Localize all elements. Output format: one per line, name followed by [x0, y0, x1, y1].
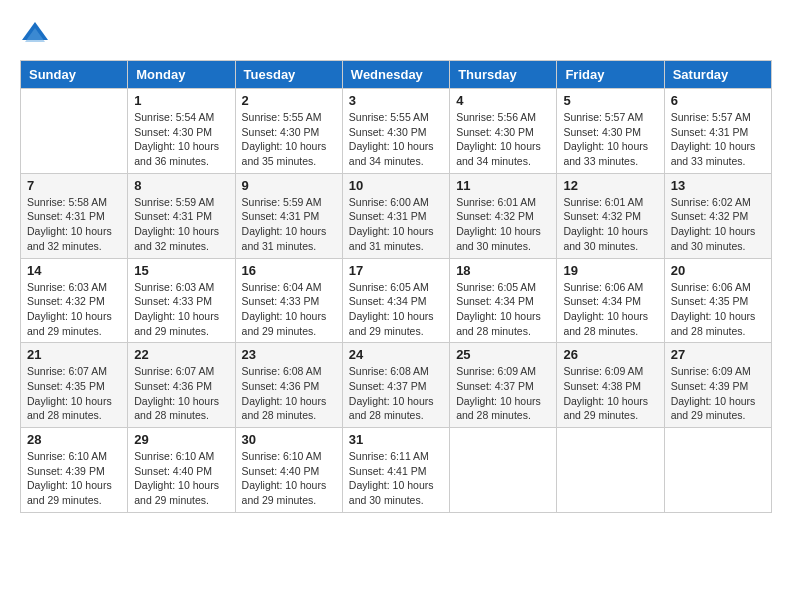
day-cell: 26Sunrise: 6:09 AM Sunset: 4:38 PM Dayli… [557, 343, 664, 428]
day-number: 18 [456, 263, 550, 278]
header-row: SundayMondayTuesdayWednesdayThursdayFrid… [21, 61, 772, 89]
day-info: Sunrise: 6:02 AM Sunset: 4:32 PM Dayligh… [671, 195, 765, 254]
logo-icon [20, 20, 50, 50]
day-number: 19 [563, 263, 657, 278]
day-number: 15 [134, 263, 228, 278]
day-cell [557, 428, 664, 513]
day-cell: 15Sunrise: 6:03 AM Sunset: 4:33 PM Dayli… [128, 258, 235, 343]
day-info: Sunrise: 6:03 AM Sunset: 4:32 PM Dayligh… [27, 280, 121, 339]
day-number: 14 [27, 263, 121, 278]
day-cell: 4Sunrise: 5:56 AM Sunset: 4:30 PM Daylig… [450, 89, 557, 174]
day-number: 7 [27, 178, 121, 193]
day-number: 1 [134, 93, 228, 108]
day-info: Sunrise: 6:03 AM Sunset: 4:33 PM Dayligh… [134, 280, 228, 339]
week-row-3: 14Sunrise: 6:03 AM Sunset: 4:32 PM Dayli… [21, 258, 772, 343]
day-cell: 21Sunrise: 6:07 AM Sunset: 4:35 PM Dayli… [21, 343, 128, 428]
day-info: Sunrise: 6:09 AM Sunset: 4:37 PM Dayligh… [456, 364, 550, 423]
day-cell: 18Sunrise: 6:05 AM Sunset: 4:34 PM Dayli… [450, 258, 557, 343]
day-number: 11 [456, 178, 550, 193]
day-info: Sunrise: 6:06 AM Sunset: 4:35 PM Dayligh… [671, 280, 765, 339]
day-cell: 29Sunrise: 6:10 AM Sunset: 4:40 PM Dayli… [128, 428, 235, 513]
day-cell: 30Sunrise: 6:10 AM Sunset: 4:40 PM Dayli… [235, 428, 342, 513]
day-info: Sunrise: 6:05 AM Sunset: 4:34 PM Dayligh… [456, 280, 550, 339]
day-cell: 12Sunrise: 6:01 AM Sunset: 4:32 PM Dayli… [557, 173, 664, 258]
day-number: 2 [242, 93, 336, 108]
day-number: 8 [134, 178, 228, 193]
day-number: 31 [349, 432, 443, 447]
day-number: 3 [349, 93, 443, 108]
day-info: Sunrise: 6:08 AM Sunset: 4:36 PM Dayligh… [242, 364, 336, 423]
day-number: 21 [27, 347, 121, 362]
header-cell-tuesday: Tuesday [235, 61, 342, 89]
day-number: 10 [349, 178, 443, 193]
day-cell: 22Sunrise: 6:07 AM Sunset: 4:36 PM Dayli… [128, 343, 235, 428]
day-info: Sunrise: 6:07 AM Sunset: 4:36 PM Dayligh… [134, 364, 228, 423]
calendar: SundayMondayTuesdayWednesdayThursdayFrid… [20, 60, 772, 513]
week-row-5: 28Sunrise: 6:10 AM Sunset: 4:39 PM Dayli… [21, 428, 772, 513]
day-number: 28 [27, 432, 121, 447]
day-number: 25 [456, 347, 550, 362]
day-cell: 28Sunrise: 6:10 AM Sunset: 4:39 PM Dayli… [21, 428, 128, 513]
day-number: 22 [134, 347, 228, 362]
day-number: 20 [671, 263, 765, 278]
day-cell: 31Sunrise: 6:11 AM Sunset: 4:41 PM Dayli… [342, 428, 449, 513]
week-row-1: 1Sunrise: 5:54 AM Sunset: 4:30 PM Daylig… [21, 89, 772, 174]
week-row-2: 7Sunrise: 5:58 AM Sunset: 4:31 PM Daylig… [21, 173, 772, 258]
day-cell: 1Sunrise: 5:54 AM Sunset: 4:30 PM Daylig… [128, 89, 235, 174]
day-info: Sunrise: 6:00 AM Sunset: 4:31 PM Dayligh… [349, 195, 443, 254]
week-row-4: 21Sunrise: 6:07 AM Sunset: 4:35 PM Dayli… [21, 343, 772, 428]
day-cell: 25Sunrise: 6:09 AM Sunset: 4:37 PM Dayli… [450, 343, 557, 428]
day-info: Sunrise: 6:10 AM Sunset: 4:40 PM Dayligh… [242, 449, 336, 508]
header-cell-sunday: Sunday [21, 61, 128, 89]
day-info: Sunrise: 6:10 AM Sunset: 4:39 PM Dayligh… [27, 449, 121, 508]
day-cell: 19Sunrise: 6:06 AM Sunset: 4:34 PM Dayli… [557, 258, 664, 343]
day-info: Sunrise: 5:56 AM Sunset: 4:30 PM Dayligh… [456, 110, 550, 169]
day-cell: 14Sunrise: 6:03 AM Sunset: 4:32 PM Dayli… [21, 258, 128, 343]
header-cell-friday: Friday [557, 61, 664, 89]
day-cell: 27Sunrise: 6:09 AM Sunset: 4:39 PM Dayli… [664, 343, 771, 428]
day-number: 30 [242, 432, 336, 447]
header-cell-thursday: Thursday [450, 61, 557, 89]
day-cell: 10Sunrise: 6:00 AM Sunset: 4:31 PM Dayli… [342, 173, 449, 258]
page-container: SundayMondayTuesdayWednesdayThursdayFrid… [20, 20, 772, 513]
header [20, 20, 772, 50]
day-cell: 23Sunrise: 6:08 AM Sunset: 4:36 PM Dayli… [235, 343, 342, 428]
day-cell: 9Sunrise: 5:59 AM Sunset: 4:31 PM Daylig… [235, 173, 342, 258]
day-number: 17 [349, 263, 443, 278]
day-cell: 7Sunrise: 5:58 AM Sunset: 4:31 PM Daylig… [21, 173, 128, 258]
day-cell: 5Sunrise: 5:57 AM Sunset: 4:30 PM Daylig… [557, 89, 664, 174]
day-number: 26 [563, 347, 657, 362]
day-info: Sunrise: 6:10 AM Sunset: 4:40 PM Dayligh… [134, 449, 228, 508]
day-info: Sunrise: 6:09 AM Sunset: 4:39 PM Dayligh… [671, 364, 765, 423]
day-cell: 16Sunrise: 6:04 AM Sunset: 4:33 PM Dayli… [235, 258, 342, 343]
day-number: 9 [242, 178, 336, 193]
day-info: Sunrise: 6:01 AM Sunset: 4:32 PM Dayligh… [456, 195, 550, 254]
day-number: 5 [563, 93, 657, 108]
day-info: Sunrise: 5:54 AM Sunset: 4:30 PM Dayligh… [134, 110, 228, 169]
day-cell: 13Sunrise: 6:02 AM Sunset: 4:32 PM Dayli… [664, 173, 771, 258]
day-info: Sunrise: 5:55 AM Sunset: 4:30 PM Dayligh… [242, 110, 336, 169]
day-info: Sunrise: 6:01 AM Sunset: 4:32 PM Dayligh… [563, 195, 657, 254]
day-info: Sunrise: 6:05 AM Sunset: 4:34 PM Dayligh… [349, 280, 443, 339]
day-cell: 11Sunrise: 6:01 AM Sunset: 4:32 PM Dayli… [450, 173, 557, 258]
day-cell: 6Sunrise: 5:57 AM Sunset: 4:31 PM Daylig… [664, 89, 771, 174]
day-number: 27 [671, 347, 765, 362]
header-cell-monday: Monday [128, 61, 235, 89]
day-number: 13 [671, 178, 765, 193]
day-number: 23 [242, 347, 336, 362]
day-info: Sunrise: 6:08 AM Sunset: 4:37 PM Dayligh… [349, 364, 443, 423]
header-cell-wednesday: Wednesday [342, 61, 449, 89]
day-number: 6 [671, 93, 765, 108]
day-cell: 3Sunrise: 5:55 AM Sunset: 4:30 PM Daylig… [342, 89, 449, 174]
day-number: 24 [349, 347, 443, 362]
header-cell-saturday: Saturday [664, 61, 771, 89]
day-info: Sunrise: 5:57 AM Sunset: 4:30 PM Dayligh… [563, 110, 657, 169]
day-cell [21, 89, 128, 174]
day-cell: 8Sunrise: 5:59 AM Sunset: 4:31 PM Daylig… [128, 173, 235, 258]
day-info: Sunrise: 5:55 AM Sunset: 4:30 PM Dayligh… [349, 110, 443, 169]
day-cell: 2Sunrise: 5:55 AM Sunset: 4:30 PM Daylig… [235, 89, 342, 174]
day-info: Sunrise: 5:59 AM Sunset: 4:31 PM Dayligh… [242, 195, 336, 254]
day-info: Sunrise: 5:59 AM Sunset: 4:31 PM Dayligh… [134, 195, 228, 254]
day-cell [664, 428, 771, 513]
day-info: Sunrise: 6:06 AM Sunset: 4:34 PM Dayligh… [563, 280, 657, 339]
